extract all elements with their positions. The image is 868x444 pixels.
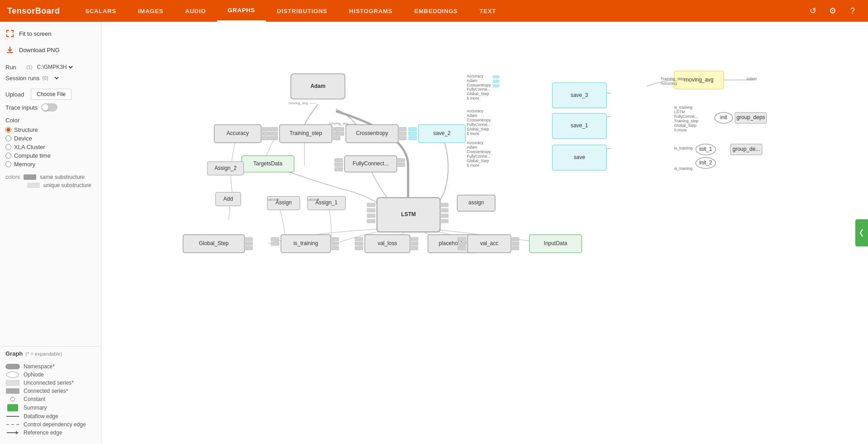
- graph-node-assign2[interactable]: Assign_2: [207, 162, 244, 175]
- graph-node-training-step[interactable]: Training_step: [270, 125, 340, 143]
- graph-svg[interactable]: Adam Accuracy Training_step: [101, 22, 868, 444]
- right-panel-save3-group[interactable]: Accuracy Adam Crossentropy FullyConne...…: [467, 74, 607, 108]
- svg-rect-95: [511, 242, 519, 246]
- graph-canvas[interactable]: Adam Accuracy Training_step: [101, 22, 868, 444]
- svg-text:Global_Step: Global_Step: [199, 240, 229, 246]
- graph-node-assign1[interactable]: Assign_1 value◉: [308, 196, 346, 210]
- fit-to-screen-button[interactable]: Fit to screen: [0, 25, 101, 42]
- download-png-button[interactable]: Download PNG: [0, 42, 101, 58]
- nav-scalars[interactable]: SCALARS: [74, 0, 127, 22]
- svg-text:init: init: [720, 114, 728, 121]
- choose-file-button[interactable]: Choose File: [31, 89, 72, 100]
- nav-distributions[interactable]: DISTRIBUTIONS: [266, 0, 338, 22]
- graph-node-global-step[interactable]: Global_Step: [183, 235, 252, 253]
- svg-rect-53: [440, 203, 448, 207]
- svg-text:save_3: save_3: [571, 92, 588, 98]
- graph-node-lstm[interactable]: LSTM: [367, 198, 448, 232]
- svg-rect-96: [511, 246, 519, 250]
- graph-node-is-training[interactable]: is_training: [271, 235, 338, 253]
- graph-node-accuracy[interactable]: Accuracy: [214, 125, 269, 143]
- right-panel-save1-group[interactable]: Accuracy Adam Crossentropy FullyConne...…: [467, 109, 607, 139]
- download-icon: [5, 45, 14, 54]
- nav-graphs[interactable]: GRAPHS: [217, 0, 266, 22]
- svg-text:Training_step: Training_step: [661, 77, 685, 81]
- trace-inputs-toggle[interactable]: [41, 103, 58, 111]
- nav-histograms[interactable]: HISTOGRAMS: [338, 0, 404, 22]
- unconnected-series-icon: [5, 380, 20, 386]
- dataflow-edge-icon: [5, 416, 20, 417]
- nav-audio[interactable]: AUDIO: [174, 0, 217, 22]
- svg-rect-20: [270, 136, 278, 140]
- legend-dataflow: Dataflow edge: [5, 412, 96, 420]
- side-panel-expand-button[interactable]: [855, 219, 868, 246]
- svg-rect-51: [367, 214, 375, 217]
- svg-text:value◉: value◉: [308, 198, 319, 202]
- right-panel-init2-node[interactable]: init_1: [696, 144, 716, 155]
- graph-node-assign-1[interactable]: Assign value◉: [267, 196, 300, 210]
- svg-text:group_deps: group_deps: [737, 114, 765, 121]
- svg-text:Adam: Adam: [467, 145, 477, 150]
- right-panel-group-deps2[interactable]: group_de...: [730, 144, 762, 155]
- color-label: Color: [5, 117, 96, 124]
- graph-node-targetsdata[interactable]: TargetsData: [242, 156, 294, 172]
- graph-legend: Graph (* = expandable) Namespace* OpNode…: [0, 346, 101, 440]
- svg-rect-69: [245, 237, 253, 241]
- nav-images[interactable]: IMAGES: [127, 0, 174, 22]
- svg-rect-78: [331, 246, 339, 250]
- color-xla[interactable]: XLA Cluster: [5, 143, 96, 151]
- svg-text:FullyConne...: FullyConne...: [674, 114, 698, 119]
- app-brand: TensorBoard: [7, 6, 60, 16]
- color-memory[interactable]: Memory: [5, 160, 96, 169]
- graph-node-val-loss[interactable]: val_loss: [355, 235, 418, 253]
- legend-opnode-label: OpNode: [24, 372, 44, 378]
- graph-node-add[interactable]: Add: [216, 192, 241, 206]
- color-compute-time[interactable]: Compute time: [5, 151, 96, 160]
- graph-node-crossentropy[interactable]: Crossentropy: [336, 125, 406, 143]
- fit-to-screen-icon: [5, 29, 14, 38]
- color-structure[interactable]: Structure: [5, 125, 96, 134]
- settings-icon[interactable]: ⚙: [825, 3, 841, 19]
- svg-text:Crossentropy: Crossentropy: [467, 118, 491, 122]
- legend-summary: Summary: [5, 403, 96, 412]
- svg-text:TargetsData: TargetsData: [253, 160, 283, 167]
- legend-control-dep-label: Control dependency edge: [24, 421, 86, 428]
- svg-text:5 more: 5 more: [467, 96, 479, 101]
- svg-rect-41: [335, 163, 343, 167]
- nav-embeddings[interactable]: EMBEDDINGS: [403, 0, 468, 22]
- nav-text[interactable]: TEXT: [469, 0, 507, 22]
- svg-rect-81: [355, 237, 363, 241]
- graph-node-save2[interactable]: save_2: [409, 125, 465, 143]
- refresh-icon[interactable]: ↺: [805, 3, 821, 19]
- trace-inputs-label: Trace inputs: [5, 104, 38, 111]
- svg-text:Adam: Adam: [467, 113, 477, 118]
- svg-text:Global_Step: Global_Step: [467, 159, 489, 163]
- run-select[interactable]: C:\GMPK3H: [35, 63, 74, 71]
- graph-node-adam[interactable]: Adam: [291, 74, 345, 99]
- right-panel-init-node[interactable]: init: [715, 112, 733, 123]
- reference-edge-icon: [5, 431, 20, 434]
- right-panel-init3-node[interactable]: init_2: [696, 158, 716, 169]
- help-icon[interactable]: ?: [844, 3, 861, 19]
- session-runs-select[interactable]: [51, 74, 60, 82]
- unique-substructure-row: unique substructure: [0, 182, 101, 190]
- svg-rect-27: [336, 132, 344, 135]
- right-panel-save-group[interactable]: Accuracy Adam Crossentropy FullyConne...…: [467, 140, 607, 170]
- graph-node-fullyconnect[interactable]: FullyConnect...: [335, 156, 405, 172]
- graph-node-assign[interactable]: assign: [457, 195, 495, 211]
- fit-to-screen-label: Fit to screen: [19, 30, 52, 37]
- upload-label: Upload: [5, 91, 27, 98]
- legend-constant-label: Constant: [24, 396, 45, 402]
- same-substructure-label: same substructure: [40, 174, 85, 180]
- run-label: Run: [5, 64, 24, 71]
- svg-rect-74: [271, 237, 279, 241]
- color-device[interactable]: Device: [5, 134, 96, 143]
- svg-text:init_1: init_1: [699, 146, 712, 152]
- svg-rect-33: [409, 127, 417, 131]
- right-panel-group-deps-node[interactable]: group_deps: [735, 112, 767, 123]
- svg-text:is_training: is_training: [674, 105, 693, 110]
- download-png-label: Download PNG: [19, 47, 60, 53]
- svg-rect-84: [410, 237, 418, 241]
- connected-series-icon: [5, 388, 20, 394]
- opnode-icon: [5, 372, 20, 378]
- graph-node-inputdata[interactable]: InputData: [530, 235, 582, 253]
